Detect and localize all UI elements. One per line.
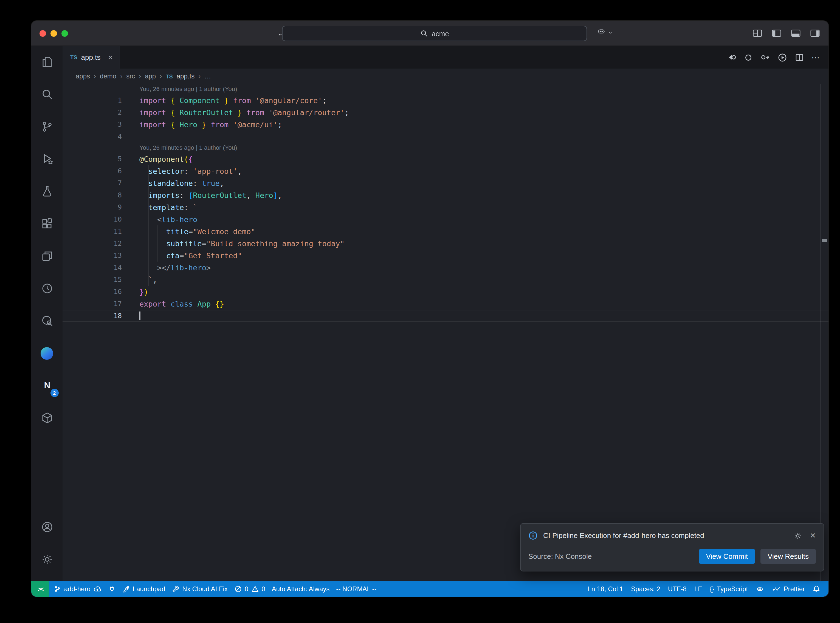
line-number[interactable]: 13 [63,250,122,262]
toggle-secondary-sidebar-icon[interactable] [810,29,820,37]
code-line[interactable]: 12 subtitle="Build something amazing tod… [63,238,828,250]
toggle-panel-icon[interactable] [791,29,800,37]
code-editor[interactable]: You, 26 minutes ago | 1 author (You)1imp… [63,84,828,581]
toggle-primary-sidebar-icon[interactable] [772,29,781,37]
extensions-icon[interactable] [34,210,60,238]
code-line[interactable]: 2import { RouterOutlet } from '@angular/… [63,106,828,118]
line-number[interactable]: 15 [63,274,122,286]
line-number[interactable]: 16 [63,286,122,298]
minimize-window-button[interactable] [51,30,57,37]
line-number[interactable]: 9 [63,201,122,213]
code-line[interactable]: 1import { Component } from '@angular/cor… [63,94,828,106]
accounts-icon[interactable] [34,513,60,541]
line-number[interactable]: 6 [63,165,122,177]
auto-attach-item[interactable]: Auto Attach: Always [269,581,333,597]
breadcrumb-item-demo[interactable]: demo [100,72,116,80]
breadcrumb-item-src[interactable]: src [126,72,135,80]
customize-layout-icon[interactable] [753,29,762,37]
line-number[interactable]: 11 [63,226,122,238]
breadcrumb-item-file[interactable]: app.ts [177,72,195,80]
vim-mode-item[interactable]: -- NORMAL -- [333,581,380,597]
run-debug-icon[interactable] [34,145,60,173]
overview-ruler[interactable] [820,84,828,581]
copilot-status-item[interactable] [752,581,768,597]
code-line[interactable]: 4 [63,130,828,143]
tab-close-icon[interactable]: ✕ [107,54,113,61]
run-or-debug-icon[interactable] [777,52,787,62]
sync-status-icon[interactable] [744,53,753,62]
line-number[interactable]: 7 [63,177,122,189]
code-line[interactable]: 7 standalone: true, [63,177,828,189]
line-number[interactable]: 8 [63,189,122,201]
line-number[interactable]: 2 [63,106,122,118]
code-line[interactable]: 14 ></lib-hero> [63,262,828,274]
code-line[interactable]: 17export class App {} [63,298,828,310]
package-icon[interactable] [34,404,60,431]
line-number[interactable]: 4 [63,130,122,143]
breadcrumb-item-symbol[interactable]: … [204,72,211,80]
outgoing-changes-icon[interactable] [760,53,770,62]
code-line[interactable]: 5@Component({ [63,153,828,165]
tab-app-ts[interactable]: TS app.ts ✕ [63,46,120,69]
open-changes-icon[interactable] [727,53,736,62]
formatter-item[interactable]: ✓✓ Prettier [768,581,809,597]
testing-icon[interactable] [34,178,60,205]
code-line[interactable]: 9 template: ` [63,201,828,213]
line-content: selector: 'app-root', [139,165,242,177]
remote-indicator[interactable]: >< [31,581,49,597]
line-number[interactable] [63,84,122,94]
more-actions-icon[interactable]: ⋯ [811,52,820,62]
plug-item[interactable] [105,581,119,597]
source-control-icon[interactable] [34,113,60,140]
notification-close-icon[interactable]: ✕ [810,531,816,540]
nx-console-icon[interactable]: N 2 [34,372,60,399]
line-number[interactable]: 10 [63,213,122,226]
code-line[interactable]: 3import { Hero } from '@acme/ui'; [63,118,828,130]
launchpad-item[interactable]: Launchpad [119,581,169,597]
language-mode-item[interactable]: {} TypeScript [706,581,752,597]
code-line[interactable]: 16}) [63,286,828,298]
line-number[interactable]: 3 [63,118,122,130]
blame-text: You, 26 minutes ago | 1 author (You) [139,84,237,94]
code-line[interactable]: 18 [63,310,828,322]
clock-icon[interactable] [34,275,60,302]
breadcrumb-item-apps[interactable]: apps [76,72,90,80]
settings-gear-icon[interactable] [34,546,60,573]
nx-cloud-ai-fix-item[interactable]: Nx Cloud AI Fix [169,581,231,597]
line-number[interactable]: 12 [63,238,122,250]
code-line[interactable]: 6 selector: 'app-root', [63,165,828,177]
view-results-button[interactable]: View Results [760,549,816,564]
code-search-icon[interactable] [34,307,60,335]
braces-icon: {} [710,585,714,592]
code-line[interactable]: 10 <lib-hero [63,213,828,226]
search-sidebar-icon[interactable] [34,81,60,108]
line-number[interactable]: 14 [63,262,122,274]
command-center-search[interactable]: acme [282,26,587,41]
maximize-window-button[interactable] [61,30,68,37]
eol-item[interactable]: LF [691,581,706,597]
line-number[interactable]: 17 [63,298,122,310]
close-window-button[interactable] [40,30,46,37]
notifications-bell-item[interactable] [809,581,824,597]
problems-item[interactable]: 0 0 [231,581,269,597]
code-line[interactable]: 8 imports: [RouterOutlet, Hero], [63,189,828,201]
copilot-menu[interactable]: ⌄ [596,27,613,36]
line-number[interactable] [63,143,122,153]
cursor-position-item[interactable]: Ln 18, Col 1 [584,581,627,597]
edge-browser-icon[interactable] [34,339,60,367]
line-number[interactable]: 18 [63,310,122,322]
indentation-item[interactable]: Spaces: 2 [627,581,664,597]
code-line[interactable]: 11 title="Welcmoe demo" [63,226,828,238]
code-line[interactable]: 13 cta="Get Started" [63,250,828,262]
view-commit-button[interactable]: View Commit [699,549,755,564]
remote-windows-icon[interactable] [34,242,60,270]
code-line[interactable]: 15 `, [63,274,828,286]
explorer-icon[interactable] [34,48,60,76]
line-number[interactable]: 1 [63,94,122,106]
line-number[interactable]: 5 [63,153,122,165]
encoding-item[interactable]: UTF-8 [664,581,691,597]
split-editor-icon[interactable] [795,53,804,62]
notification-settings-gear-icon[interactable] [793,531,802,540]
branch-item[interactable]: add-hero [51,581,105,597]
breadcrumb-item-app[interactable]: app [145,72,156,80]
